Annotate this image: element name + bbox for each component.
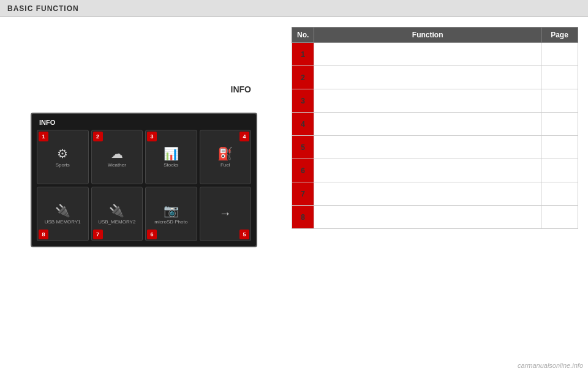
table-row: 4 (292, 113, 578, 136)
col-no: No. (292, 28, 314, 43)
badge-3: 3 (147, 132, 157, 141)
row-func-3 (314, 89, 541, 113)
icon-microsd[interactable]: 6 📷 microSD Photo (145, 187, 197, 241)
row-num-7: 7 (292, 182, 314, 206)
fuel-label: Fuel (221, 162, 230, 168)
icon-usb1[interactable]: 8 🔌 USB MEMORY1 (37, 187, 89, 241)
table-row: 3 (292, 89, 578, 113)
col-function: Function (314, 28, 541, 43)
row-page-3 (541, 89, 578, 113)
table-row: 1 (292, 43, 578, 66)
fuel-icon: ⛽ (217, 146, 233, 161)
badge-2: 2 (93, 132, 103, 141)
row-func-1 (314, 43, 541, 66)
badge-5: 5 (239, 230, 249, 239)
screen-display: INFO 1 ⚙ Sports 2 ☁ Weather 3 📊 Stocks (31, 113, 257, 247)
page-header: BASIC FUNCTION (0, 0, 588, 17)
arrow-icon: → (219, 206, 232, 220)
row-page-2 (541, 66, 578, 89)
table-row: 7 (292, 182, 578, 206)
right-panel: No. Function Page 12345678 (282, 17, 588, 374)
row-func-8 (314, 206, 541, 229)
badge-6: 6 (147, 230, 157, 239)
row-func-4 (314, 113, 541, 136)
row-num-2: 2 (292, 66, 314, 89)
row-num-5: 5 (292, 136, 314, 159)
weather-icon: ☁ (111, 146, 123, 161)
row-page-6 (541, 159, 578, 182)
row-func-5 (314, 136, 541, 159)
col-page: Page (541, 28, 578, 43)
table-row: 2 (292, 66, 578, 89)
table-body: 12345678 (292, 43, 578, 229)
row-num-3: 3 (292, 89, 314, 113)
sports-icon: ⚙ (57, 146, 68, 161)
row-func-2 (314, 66, 541, 89)
header-title: BASIC FUNCTION (7, 4, 79, 13)
icon-usb2[interactable]: 7 🔌 USB_MEMORY2 (91, 187, 143, 241)
sports-label: Sports (56, 162, 70, 168)
stocks-label: Stocks (164, 162, 178, 168)
row-num-8: 8 (292, 206, 314, 229)
row-page-4 (541, 113, 578, 136)
row-num-1: 1 (292, 43, 314, 66)
icon-sports[interactable]: 1 ⚙ Sports (37, 130, 89, 184)
watermark: carmanualsonline.info (518, 362, 583, 369)
main-content: INFO INFO 1 ⚙ Sports 2 ☁ Weather 3 📊 (0, 17, 588, 374)
left-panel: INFO INFO 1 ⚙ Sports 2 ☁ Weather 3 📊 (0, 17, 282, 374)
row-page-8 (541, 206, 578, 229)
usb2-label: USB_MEMORY2 (98, 219, 135, 225)
row-page-7 (541, 182, 578, 206)
function-table: No. Function Page 12345678 (292, 27, 578, 229)
row-num-4: 4 (292, 113, 314, 136)
screen-title: INFO (37, 119, 251, 126)
icon-grid: 1 ⚙ Sports 2 ☁ Weather 3 📊 Stocks 4 ⛽ (37, 130, 251, 241)
badge-8: 8 (39, 230, 48, 239)
row-page-5 (541, 136, 578, 159)
table-row: 5 (292, 136, 578, 159)
icon-fuel[interactable]: 4 ⛽ Fuel (200, 130, 252, 184)
row-func-6 (314, 159, 541, 182)
microsd-icon: 📷 (164, 203, 179, 218)
table-row: 6 (292, 159, 578, 182)
usb1-label: USB MEMORY1 (45, 219, 81, 225)
icon-stocks[interactable]: 3 📊 Stocks (145, 130, 197, 184)
badge-4: 4 (239, 132, 249, 141)
icon-weather[interactable]: 2 ☁ Weather (91, 130, 143, 184)
badge-1: 1 (39, 132, 48, 141)
usb1-icon: 🔌 (55, 203, 70, 218)
icon-arrow[interactable]: 5 → (200, 187, 252, 241)
row-page-1 (541, 43, 578, 66)
row-num-6: 6 (292, 159, 314, 182)
table-row: 8 (292, 206, 578, 229)
microsd-label: microSD Photo (154, 219, 187, 225)
weather-label: Weather (108, 162, 126, 168)
info-label: INFO (231, 84, 251, 94)
stocks-icon: 📊 (164, 146, 179, 161)
badge-7: 7 (93, 230, 103, 239)
row-func-7 (314, 182, 541, 206)
usb2-icon: 🔌 (109, 203, 124, 218)
